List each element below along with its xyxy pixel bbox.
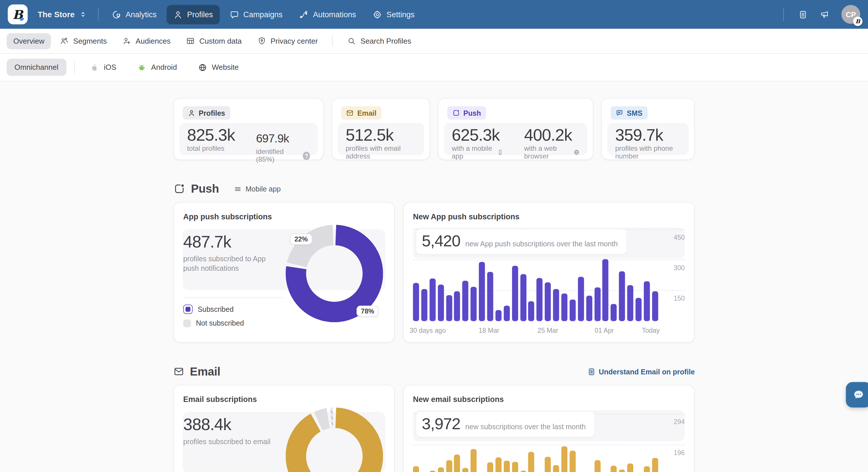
not-subscribed-pct-label: 22% — [290, 234, 312, 245]
globe-icon — [198, 63, 207, 72]
workspace-switcher[interactable]: The Store — [33, 7, 91, 22]
push-web-value: 400.2k — [524, 126, 580, 144]
not-subscribed-checkbox[interactable] — [183, 319, 191, 327]
nav-item-profiles[interactable]: Profiles — [166, 5, 220, 24]
search-profiles-button[interactable]: Search Profiles — [340, 33, 417, 49]
identified-value: 697.9k — [256, 129, 310, 147]
nav-label-profiles: Profiles — [187, 10, 213, 19]
channel-android[interactable]: Android — [129, 58, 185, 76]
channel-omnichannel[interactable]: Omnichannel — [7, 59, 66, 76]
channel-omnichannel-label: Omnichannel — [14, 63, 58, 71]
gear-icon — [373, 10, 382, 19]
envelope-icon — [346, 109, 354, 117]
push-section-header: Push Mobile app — [174, 182, 695, 195]
total-profiles-value: 825.3k — [187, 126, 235, 144]
nav-label-campaigns: Campaigns — [243, 10, 283, 19]
tab-overview[interactable]: Overview — [7, 33, 51, 49]
document-icon — [798, 10, 808, 19]
push-donut-chart[interactable]: 22% 78% — [286, 225, 383, 322]
chat-bubble-icon — [852, 389, 865, 401]
search-icon — [347, 36, 356, 46]
stat-card-profiles: Profiles 825.3k total profiles 697.9k id… — [174, 98, 324, 160]
nav-item-analytics[interactable]: Analytics — [105, 5, 163, 24]
nav-item-settings[interactable]: Settings — [366, 5, 421, 24]
sms-profiles-caption: profiles with phone number — [615, 144, 681, 160]
topnav-divider — [98, 8, 98, 21]
analytics-icon — [112, 10, 121, 19]
chevron-updown-icon — [79, 11, 87, 19]
push-web-caption: with a web browser — [524, 144, 571, 160]
nav-item-campaigns[interactable]: Campaigns — [223, 5, 289, 24]
subscribed-checkbox[interactable] — [183, 305, 193, 314]
push-badge: Push — [447, 106, 486, 119]
email-total-metric: 3,972 new subscriptions over the last mo… — [416, 412, 594, 437]
person-icon — [188, 109, 195, 117]
topnav-right-divider — [783, 8, 784, 21]
total-profiles-caption: total profiles — [187, 144, 235, 152]
identified-caption: identified (85%) — [256, 148, 300, 164]
legend-subscribed-label: Subscribed — [197, 305, 234, 314]
channel-divider — [74, 61, 74, 73]
announcements-button[interactable] — [815, 5, 834, 24]
filter-lines-icon — [234, 185, 242, 193]
avatar-brand-badge: B — [853, 17, 863, 26]
tab-privacy-center[interactable]: Privacy center — [251, 33, 324, 49]
push-total-caption: new App push subscriptions over the last… — [465, 240, 618, 248]
donut-svg-holder — [286, 407, 383, 472]
sms-chat-icon — [616, 109, 623, 117]
nav-label-analytics: Analytics — [126, 10, 157, 19]
stat-card-sms: SMS 359.7k profiles with phone number — [601, 98, 694, 160]
tab-audiences-label: Audiences — [136, 37, 171, 45]
email-profiles-caption: profiles with email address — [346, 144, 416, 160]
globe-icon — [574, 148, 580, 156]
email-subscriptions-card: Email subscriptions 388.4k profiles subs… — [174, 385, 395, 472]
docs-button[interactable] — [794, 5, 812, 24]
stat-card-push: Push 625.3k with a mobile app 400.2k wit… — [438, 98, 594, 160]
legend-divider — [183, 297, 283, 298]
email-badge: Email — [341, 106, 381, 119]
user-avatar[interactable]: CP B — [841, 5, 860, 24]
speech-bubble-icon — [229, 10, 239, 19]
tab-segments[interactable]: Segments — [53, 33, 114, 49]
card-title: Email subscriptions — [183, 395, 384, 404]
push-notification-icon — [174, 183, 185, 195]
email-donut-chart[interactable] — [286, 407, 383, 472]
phone-icon — [497, 148, 503, 156]
email-bar-chart[interactable]: 196294 3,972 new subscriptions over the … — [413, 409, 685, 472]
total-profiles-metric: 825.3k total profiles — [187, 126, 235, 152]
push-mobile-caption: with a mobile app — [452, 144, 494, 160]
understand-email-link[interactable]: Understand Email on profile — [587, 367, 695, 376]
push-bar-chart[interactable]: 150300450 5,420 new App push subscriptio… — [413, 227, 685, 334]
push-filter-mobile-app[interactable]: Mobile app — [234, 185, 281, 193]
tab-audiences[interactable]: Audiences — [116, 33, 177, 49]
search-profiles-label: Search Profiles — [361, 37, 411, 45]
push-section-title: Push — [174, 182, 219, 195]
new-push-subscriptions-card: New App push subscriptions 150300450 5,4… — [403, 202, 694, 343]
email-subscribed-caption: profiles subscribed to email — [183, 437, 288, 446]
card-title: New email subscriptions — [413, 395, 685, 404]
nav-item-automations[interactable]: Automations — [292, 5, 363, 24]
card-title: New App push subscriptions — [413, 212, 685, 221]
channel-website-label: Website — [212, 63, 239, 71]
person-icon — [173, 10, 183, 19]
brand-logo[interactable]: B — [8, 4, 28, 24]
push-total-metric: 5,420 new App push subscriptions over th… — [416, 229, 627, 254]
channel-filter-bar: Omnichannel iOS Android Website — [0, 54, 868, 81]
profiles-badge: Profiles — [183, 106, 230, 119]
new-email-subscriptions-card: New email subscriptions 196294 3,972 new… — [403, 385, 694, 472]
push-mobile-metric: 625.3k with a mobile app — [452, 126, 503, 160]
help-icon[interactable]: ? — [303, 151, 310, 159]
megaphone-icon — [820, 10, 829, 19]
top-navigation: B The Store Analytics Profiles Campaigns — [0, 0, 868, 29]
apple-icon — [90, 63, 99, 72]
channel-website[interactable]: Website — [190, 58, 247, 76]
nav-label-settings: Settings — [386, 10, 415, 19]
tab-custom-data[interactable]: Custom data — [179, 33, 248, 49]
push-notification-icon — [453, 109, 460, 117]
email-section-title: Email — [174, 365, 220, 378]
email-profiles-value: 512.5k — [346, 126, 416, 144]
tab-privacy-center-label: Privacy center — [270, 37, 318, 45]
subscribed-pct-label: 78% — [356, 306, 379, 317]
chat-support-button[interactable] — [846, 382, 868, 408]
channel-ios[interactable]: iOS — [82, 58, 124, 76]
